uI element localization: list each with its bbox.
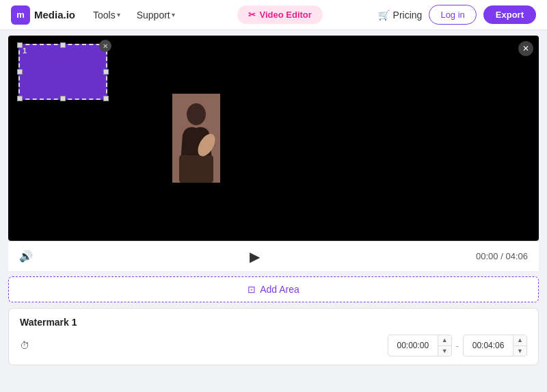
logo-letter: m (16, 10, 25, 20)
canvas-close-button[interactable]: ✕ (518, 41, 533, 56)
scissors-icon: ✂ (248, 10, 256, 20)
end-time-input[interactable] (464, 338, 513, 353)
resize-handle-br[interactable] (103, 96, 109, 101)
resize-handle-mr[interactable] (103, 69, 109, 75)
watermark-overlay-box[interactable]: 1 ✕ (18, 44, 107, 100)
resize-handle-bl[interactable] (17, 96, 23, 101)
login-button[interactable]: Log in (429, 5, 476, 25)
video-thumbnail-svg (172, 94, 220, 183)
watermark-number: 1 (23, 47, 27, 55)
logo-icon: m (11, 5, 30, 25)
header: m Media.io Tools ▾ Support ▾ ✂ Video Edi… (0, 0, 547, 30)
watermark-timing-row: ⏱ ▲ ▼ - ▲ ▼ (20, 335, 527, 356)
end-time-up[interactable]: ▲ (513, 335, 526, 346)
time-current: 00:00 (476, 251, 498, 261)
time-separator: / (501, 251, 503, 261)
time-dash: - (456, 341, 459, 351)
video-thumbnail (172, 94, 220, 183)
svg-rect-2 (179, 155, 213, 183)
nav: Tools ▾ Support ▾ (86, 7, 182, 23)
export-button[interactable]: Export (483, 5, 536, 24)
main-area: 1 ✕ ✕ 🔊 ▶ 0 (0, 30, 547, 371)
clock-icon: ⏱ (20, 340, 29, 351)
nav-support[interactable]: Support ▾ (130, 7, 182, 23)
add-area-icon: ⊡ (248, 284, 256, 295)
start-time-input[interactable] (388, 338, 438, 353)
logo[interactable]: m Media.io (11, 5, 75, 25)
resize-handle-bm[interactable] (60, 96, 66, 101)
svg-point-1 (187, 103, 206, 125)
video-canvas: 1 ✕ ✕ (8, 36, 539, 241)
pricing-link[interactable]: 🛒 Pricing (378, 10, 423, 21)
time-display: 00:00 / 04:06 (476, 251, 528, 261)
watermark-panel-title: Watermark 1 (20, 317, 527, 328)
end-time-stepper: ▲ ▼ (513, 335, 526, 356)
nav-tools[interactable]: Tools ▾ (86, 7, 127, 23)
resize-handle-tm[interactable] (60, 42, 66, 48)
end-time-down[interactable]: ▼ (513, 346, 526, 356)
end-time-input-group: ▲ ▼ (463, 335, 527, 356)
start-time-down[interactable]: ▼ (438, 346, 451, 356)
volume-icon[interactable]: 🔊 (19, 250, 33, 263)
header-center: ✂ Video Editor (193, 5, 367, 24)
logo-text: Media.io (34, 9, 75, 21)
resize-handle-ml[interactable] (17, 69, 23, 75)
video-editor-button[interactable]: ✂ Video Editor (237, 5, 323, 24)
start-time-up[interactable]: ▲ (438, 335, 451, 346)
header-right: 🛒 Pricing Log in Export (378, 5, 536, 25)
start-time-input-group: ▲ ▼ (388, 335, 452, 356)
tools-chevron-icon: ▾ (117, 11, 120, 18)
controls-bar: 🔊 ▶ 00:00 / 04:06 (8, 241, 539, 271)
add-area-button[interactable]: ⊡ Add Area (8, 276, 539, 302)
time-total: 04:06 (505, 251, 528, 261)
support-chevron-icon: ▾ (172, 11, 175, 18)
start-time-stepper: ▲ ▼ (438, 335, 451, 356)
cart-icon: 🛒 (378, 10, 390, 21)
watermark-panel: Watermark 1 ⏱ ▲ ▼ - ▲ ▼ (8, 308, 539, 365)
resize-handle-tl[interactable] (17, 42, 23, 48)
watermark-close-button[interactable]: ✕ (99, 40, 111, 52)
play-button[interactable]: ▶ (250, 248, 260, 265)
